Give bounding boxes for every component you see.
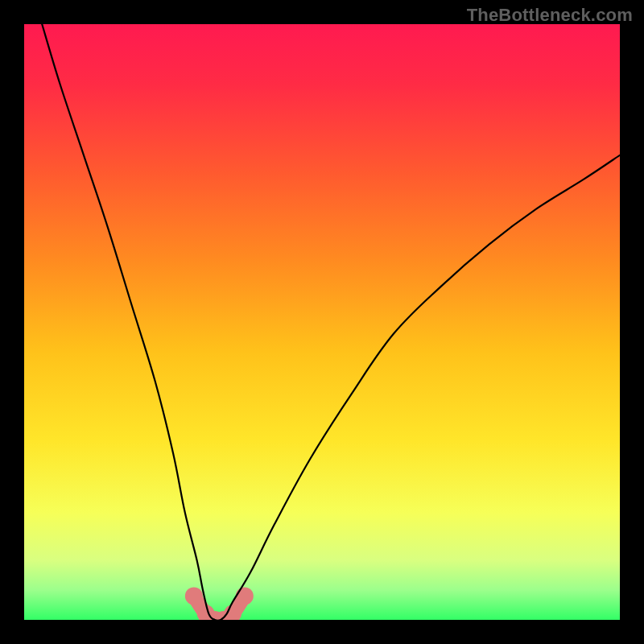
curve-layer	[24, 24, 620, 620]
watermark-text: TheBottleneck.com	[467, 5, 633, 26]
trough-bump	[236, 587, 254, 605]
trough-bumps	[185, 587, 254, 620]
plot-area	[24, 24, 620, 620]
trough-bump	[185, 587, 203, 605]
outer-frame: TheBottleneck.com	[0, 0, 644, 644]
bottleneck-curve	[42, 24, 620, 620]
